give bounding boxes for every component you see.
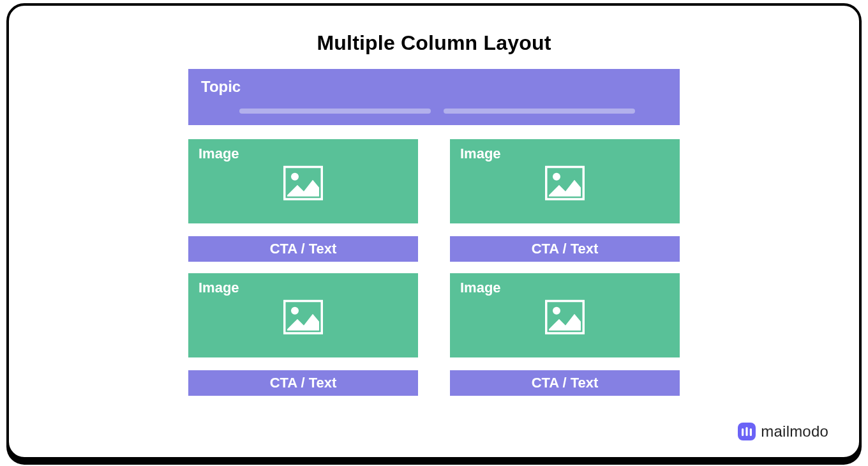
column: Image CTA / Text <box>450 273 680 396</box>
cta-label: CTA / Text <box>532 241 599 257</box>
image-placeholder: Image <box>450 139 680 223</box>
image-label: Image <box>198 146 239 162</box>
image-placeholder: Image <box>450 273 680 357</box>
cta-label: CTA / Text <box>270 241 337 257</box>
topic-line <box>239 109 431 114</box>
topic-placeholder-lines <box>239 109 635 114</box>
svg-point-7 <box>553 307 560 315</box>
svg-rect-10 <box>750 428 752 436</box>
svg-point-3 <box>553 173 560 181</box>
image-icon <box>545 166 585 203</box>
image-label: Image <box>460 280 501 296</box>
topic-banner: Topic <box>188 69 680 125</box>
image-icon <box>283 300 323 337</box>
cta-button[interactable]: CTA / Text <box>450 236 680 262</box>
svg-rect-9 <box>746 427 748 436</box>
column: Image CTA / Text <box>188 139 418 262</box>
cta-label: CTA / Text <box>270 375 337 391</box>
cta-button[interactable]: CTA / Text <box>188 236 418 262</box>
layout-container: Topic Image <box>188 69 680 396</box>
brand-name: mailmodo <box>761 423 828 440</box>
brand-logo: mailmodo <box>738 423 828 440</box>
image-placeholder: Image <box>188 139 418 223</box>
image-icon <box>283 166 323 203</box>
cta-button[interactable]: CTA / Text <box>450 370 680 396</box>
cta-button[interactable]: CTA / Text <box>188 370 418 396</box>
columns-grid: Image CTA / Text Image <box>188 139 680 396</box>
image-icon <box>545 300 585 337</box>
svg-point-1 <box>291 173 299 181</box>
image-label: Image <box>198 280 239 296</box>
diagram-frame: Multiple Column Layout Topic Image <box>6 3 862 460</box>
page-title: Multiple Column Layout <box>9 31 859 55</box>
column: Image CTA / Text <box>188 273 418 396</box>
image-placeholder: Image <box>188 273 418 357</box>
image-label: Image <box>460 146 501 162</box>
svg-rect-8 <box>742 428 744 436</box>
topic-line <box>444 109 635 114</box>
column: Image CTA / Text <box>450 139 680 262</box>
topic-label: Topic <box>201 78 667 96</box>
svg-point-5 <box>291 307 299 315</box>
brand-mark-icon <box>738 423 756 440</box>
cta-label: CTA / Text <box>532 375 599 391</box>
